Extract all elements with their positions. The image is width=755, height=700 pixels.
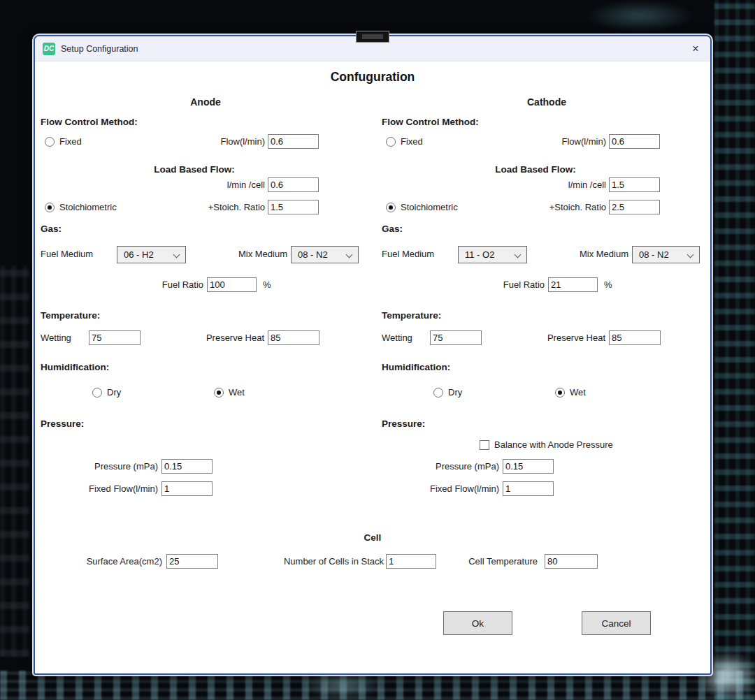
cathode-stoich-ratio-label: +Stoich. Ratio [487,200,606,215]
anode-wet-radio[interactable] [214,388,224,398]
anode-fuel-medium-value: 06 - H2 [117,249,154,260]
cathode-mix-medium-label: Mix Medium [549,247,628,262]
cathode-flow-label: Flow(l/min) [487,134,606,150]
anode-humidification-label: Humidification: [41,360,109,375]
cathode-per-cell-label: l/min /cell [487,177,606,193]
background-texture-left [0,265,29,657]
anode-fixed-flow-label: Fixed Flow(l/min) [41,481,158,497]
app-icon: DC [43,43,55,55]
background-glow [584,0,696,31]
ok-button[interactable]: Ok [443,611,512,635]
cathode-wet-radio[interactable] [555,388,565,398]
cathode-stoichiometric-label: Stoichiometric [401,200,458,215]
cathode-fixed-flow-row: Fixed Flow(l/min) [382,134,712,150]
cathode-preserve-heat-label: Preserve Heat [508,330,605,346]
cathode-fuel-ratio-label: Fuel Ratio [452,277,545,293]
background-window-tab [356,31,389,43]
cathode-stoich-row: Stoichiometric +Stoich. Ratio [382,200,712,215]
surface-area-label: Surface Area(cm2) [63,554,162,569]
cathode-fixed-label: Fixed [401,134,423,150]
cathode-dry-radio[interactable] [433,388,443,398]
cathode-fuel-medium-select[interactable]: 11 - O2 [458,246,527,263]
anode-fixed-flow-bottom-row: Fixed Flow(l/min) [41,481,371,497]
cathode-gas-row: Fuel Medium 11 - O2 Mix Medium 08 - N2 [382,247,712,265]
chevron-down-icon [515,251,522,258]
cathode-wetting-input[interactable] [430,330,482,345]
cathode-fixed-radio[interactable] [386,137,396,147]
anode-stoichiometric-radio[interactable] [45,203,55,212]
anode-wetting-input[interactable] [89,330,141,345]
cathode-fuel-ratio-input[interactable] [548,277,598,292]
close-icon[interactable]: × [688,41,703,57]
anode-flow-input[interactable] [268,134,319,149]
anode-stoich-ratio-input[interactable] [268,200,319,214]
anode-mix-medium-select[interactable]: 08 - N2 [291,246,359,263]
cathode-mix-medium-select[interactable]: 08 - N2 [632,246,700,263]
cathode-fuel-ratio-row: Fuel Ratio % [382,277,712,293]
cathode-balance-checkbox[interactable] [480,440,489,450]
anode-humidification-row: Dry Wet [41,385,371,400]
cathode-fixed-flow-label: Fixed Flow(l/min) [382,481,499,497]
anode-pressure-section-label: Pressure: [41,416,84,432]
chevron-down-icon [687,251,694,258]
cathode-gas-label: Gas: [382,221,403,237]
cathode-pressure-section-label: Pressure: [382,416,425,432]
cathode-stoich-ratio-input[interactable] [609,200,660,214]
anode-wet-label: Wet [229,385,245,400]
cathode-wetting-label: Wetting [382,330,412,346]
anode-wetting-label: Wetting [41,330,71,346]
cathode-panel: Cathode Flow Control Method: Fixed Flow(… [382,92,712,539]
anode-load-based-flow-label: Load Based Flow: [41,162,348,177]
cathode-stoichiometric-radio[interactable] [386,203,396,212]
anode-temperature-label: Temperature: [41,308,100,323]
anode-fuel-ratio-input[interactable] [207,277,257,292]
cell-row: Surface Area(cm2) Number of Cells in Sta… [35,554,713,569]
cell-temperature-label: Cell Temperature [447,554,538,569]
anode-preserve-heat-input[interactable] [268,330,319,345]
cathode-pressure-input[interactable] [503,459,554,474]
anode-pressure-label: Pressure (mPa) [41,459,158,474]
page-title: Confuguration [35,70,710,85]
cathode-percent-label: % [604,277,612,293]
anode-title: Anode [41,96,371,112]
cathode-fuel-medium-label: Fuel Medium [382,247,434,262]
cathode-balance-label: Balance with Anode Pressure [494,437,613,453]
anode-panel: Anode Flow Control Method: Fixed Flow(l/… [41,92,371,539]
cathode-balance-row: Balance with Anode Pressure [382,437,712,453]
anode-pressure-input[interactable] [161,459,213,474]
anode-fuel-medium-select[interactable]: 06 - H2 [117,246,186,263]
cells-in-stack-input[interactable] [386,554,436,569]
cathode-per-cell-input[interactable] [609,177,660,192]
cathode-preserve-heat-input[interactable] [609,330,661,345]
cell-temperature-input[interactable] [545,554,598,569]
anode-per-cell-input[interactable] [268,177,319,192]
cathode-fuel-medium-value: 11 - O2 [459,249,494,260]
cathode-fixed-flow-input[interactable] [503,481,554,496]
cancel-button[interactable]: Cancel [582,611,651,635]
anode-per-cell-row: l/min /cell [41,177,371,193]
anode-fixed-radio[interactable] [45,137,55,147]
cathode-temperature-row: Wetting Preserve Heat [382,330,712,346]
anode-gas-row: Fuel Medium 06 - H2 Mix Medium 08 - N2 [41,247,371,265]
anode-mix-medium-label: Mix Medium [208,247,287,262]
anode-fuel-medium-label: Fuel Medium [41,247,93,262]
setup-configuration-dialog: DC Setup Configuration × Confuguration A… [34,35,712,675]
anode-preserve-heat-label: Preserve Heat [166,330,264,346]
cathode-mix-medium-value: 08 - N2 [633,249,669,260]
cathode-dry-label: Dry [448,385,462,400]
cells-in-stack-label: Number of Cells in Stack [252,554,384,569]
anode-stoichiometric-label: Stoichiometric [59,200,117,215]
window-title: Setup Configuration [61,44,138,54]
surface-area-input[interactable] [166,554,218,569]
anode-fixed-label: Fixed [59,134,82,150]
cathode-flow-input[interactable] [609,134,660,149]
background-window-tab-bar [362,34,383,39]
anode-fuel-ratio-label: Fuel Ratio [110,277,203,293]
anode-fixed-flow-input[interactable] [161,481,213,496]
chevron-down-icon [173,251,180,258]
anode-dry-radio[interactable] [92,388,102,398]
cathode-title: Cathode [382,96,712,112]
anode-flow-label: Flow(l/min) [145,134,265,150]
cathode-pressure-row: Pressure (mPa) [382,459,712,474]
anode-mix-medium-value: 08 - N2 [292,249,328,260]
